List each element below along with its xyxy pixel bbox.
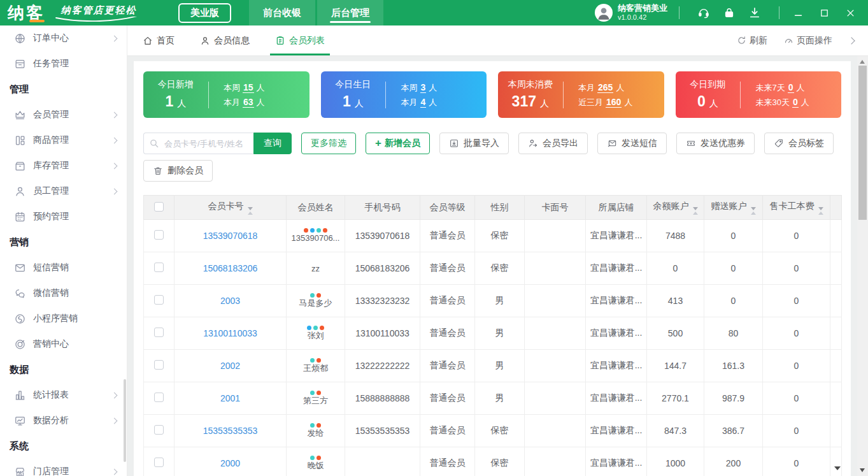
row-checkbox[interactable] bbox=[154, 263, 164, 272]
close-icon[interactable] bbox=[846, 8, 855, 18]
row-checkbox[interactable] bbox=[154, 425, 164, 435]
member-card-link[interactable]: 15353535353 bbox=[203, 426, 258, 436]
stat-row-value[interactable]: 63 bbox=[243, 97, 254, 108]
row-checkbox[interactable] bbox=[154, 328, 164, 337]
tab-home[interactable]: 首页 bbox=[143, 25, 174, 55]
sidebar-item-product-management[interactable]: 商品管理 bbox=[0, 127, 127, 153]
sidebar-item-inventory-management[interactable]: 库存管理 bbox=[0, 153, 127, 178]
sidebar-item-wechat-marketing[interactable]: 微信营销 bbox=[0, 280, 127, 306]
table-row[interactable]: 2001 第三方 15888888888 普通会员 男 宜昌谦谦君... 277… bbox=[144, 382, 842, 415]
search-input[interactable] bbox=[143, 133, 253, 154]
table-row[interactable]: 15068183206 zz 15068183206 普通会员 保密 宜昌谦谦君… bbox=[144, 252, 842, 285]
row-checkbox[interactable] bbox=[154, 458, 164, 467]
export-member-button[interactable]: 会员导出 bbox=[518, 133, 588, 154]
stat-row-value[interactable]: 4 bbox=[420, 97, 427, 108]
member-card-link[interactable]: 2000 bbox=[220, 458, 240, 468]
page-operations-button[interactable]: 页面操作 bbox=[784, 35, 832, 47]
sidebar-item-store-management[interactable]: 门店管理 bbox=[0, 459, 127, 476]
stat-card-no-consume-week[interactable]: 本周未消费 317人 本月265人 近三月160人 bbox=[498, 71, 664, 118]
sidebar-item-miniprogram-marketing[interactable]: 小程序营销 bbox=[0, 306, 127, 331]
header-gift-account[interactable]: 赠送账户 bbox=[704, 196, 763, 220]
content-panel: 今日新增 1人 本周15人 本月63人 今日生日 1人 bbox=[134, 61, 851, 476]
send-sms-button[interactable]: 发送短信 bbox=[597, 133, 667, 154]
minimize-icon[interactable] bbox=[793, 8, 803, 18]
table-scroll-down-arrow[interactable] bbox=[834, 466, 841, 470]
send-coupon-button[interactable]: 发送优惠券 bbox=[676, 133, 755, 154]
support-headset-icon[interactable] bbox=[697, 6, 710, 19]
chevron-right-icon[interactable] bbox=[848, 37, 855, 44]
header-card-fee[interactable]: 售卡工本费 bbox=[763, 196, 830, 220]
sort-icon[interactable] bbox=[248, 207, 253, 215]
member-card-fee: 0 bbox=[763, 382, 830, 415]
sort-icon[interactable] bbox=[751, 207, 756, 215]
user-box[interactable]: 纳客营销美业 v1.0.0.42 bbox=[595, 3, 667, 22]
row-checkbox[interactable] bbox=[154, 360, 164, 370]
stat-row-value[interactable]: 160 bbox=[606, 97, 622, 108]
stat-row-value[interactable]: 15 bbox=[243, 82, 254, 93]
window-controls bbox=[793, 8, 855, 18]
member-tag-dot bbox=[310, 358, 315, 363]
tab-member-list[interactable]: 会员列表 bbox=[275, 25, 325, 55]
sidebar-item-task-management[interactable]: 任务管理 bbox=[0, 51, 127, 76]
member-tag-dot bbox=[317, 391, 321, 395]
batch-import-button[interactable]: 批量导入 bbox=[439, 133, 509, 154]
member-tag-button[interactable]: 会员标签 bbox=[764, 133, 834, 154]
nav-tab-admin[interactable]: 后台管理 bbox=[317, 0, 383, 25]
row-checkbox[interactable] bbox=[154, 295, 164, 305]
sidebar-item-statistics-report[interactable]: 统计报表 bbox=[0, 382, 127, 408]
stat-card-new-today[interactable]: 今日新增 1人 本周15人 本月63人 bbox=[143, 71, 309, 118]
sidebar-item-data-analysis[interactable]: 数据分析 bbox=[0, 408, 127, 433]
sort-icon[interactable] bbox=[693, 207, 698, 215]
header-card-number[interactable]: 会员卡号 bbox=[174, 196, 287, 220]
member-store: 宜昌谦谦君... bbox=[586, 447, 647, 476]
stat-row-unit: 人 bbox=[257, 97, 265, 107]
scrollbar-thumb[interactable] bbox=[858, 66, 867, 220]
stat-card-expire-today[interactable]: 今日到期 0人 未来7天0人 未来30天0人 bbox=[676, 71, 842, 118]
row-checkbox[interactable] bbox=[154, 230, 164, 240]
member-card-cell: 2001 bbox=[174, 382, 287, 415]
search-button[interactable]: 查询 bbox=[253, 133, 292, 154]
member-card-link[interactable]: 13539070618 bbox=[203, 231, 258, 241]
sidebar-item-appointment-management[interactable]: 预约管理 bbox=[0, 204, 127, 229]
sidebar-scrollbar-thumb[interactable] bbox=[124, 379, 126, 462]
stat-card-right: 本周15人 本月63人 bbox=[209, 80, 309, 110]
more-filter-button[interactable]: 更多筛选 bbox=[301, 133, 356, 154]
sidebar-item-order-center[interactable]: 订单中心 bbox=[0, 25, 127, 51]
scroll-up-arrow[interactable] bbox=[860, 60, 865, 64]
member-card-link[interactable]: 15068183206 bbox=[203, 263, 258, 273]
lock-icon[interactable] bbox=[723, 6, 736, 19]
table-row[interactable]: 2002 王烦都 13222222222 普通会员 男 宜昌谦谦君... 144… bbox=[144, 350, 842, 382]
scroll-down-arrow[interactable] bbox=[860, 468, 865, 472]
stat-card-birthday-today[interactable]: 今日生日 1人 本周3人 本月4人 bbox=[321, 71, 487, 118]
sidebar-item-sms-marketing[interactable]: 短信营销 bbox=[0, 255, 127, 280]
nav-tab-cashier[interactable]: 前台收银 bbox=[249, 0, 315, 25]
refresh-button[interactable]: 刷新 bbox=[737, 35, 767, 47]
sidebar-item-marketing-center[interactable]: 营销中心 bbox=[0, 331, 127, 357]
delete-member-button[interactable]: 删除会员 bbox=[143, 160, 213, 182]
sort-icon[interactable] bbox=[818, 207, 823, 215]
edition-badge[interactable]: 美业版 bbox=[178, 3, 231, 23]
member-card-link[interactable]: 13100110033 bbox=[203, 328, 257, 338]
stat-row-value[interactable]: 265 bbox=[597, 82, 613, 93]
vertical-scrollbar[interactable] bbox=[857, 56, 868, 476]
member-card-link[interactable]: 2002 bbox=[220, 361, 240, 371]
select-all-checkbox[interactable] bbox=[154, 202, 164, 212]
header-balance[interactable]: 余额账户 bbox=[647, 196, 704, 220]
sidebar-item-member-management[interactable]: 会员管理 bbox=[0, 102, 127, 127]
stat-row-value[interactable]: 0 bbox=[788, 82, 794, 93]
table-row[interactable]: 15353535353 发给 15353535353 普通会员 保密 宜昌谦谦君… bbox=[144, 415, 842, 447]
stat-row-value[interactable]: 3 bbox=[420, 82, 427, 93]
download-icon[interactable] bbox=[748, 6, 761, 19]
member-card-link[interactable]: 2003 bbox=[220, 296, 240, 306]
member-card-link[interactable]: 2001 bbox=[220, 393, 240, 403]
table-row[interactable]: 2000 晚饭 普通会员 保密 宜昌谦谦君... 1000 200 0 bbox=[144, 447, 842, 476]
row-checkbox[interactable] bbox=[154, 393, 164, 402]
maximize-icon[interactable] bbox=[820, 8, 829, 18]
table-row[interactable]: 13539070618 135390706... 13539070618 普通会… bbox=[144, 220, 842, 252]
sidebar-item-staff-management[interactable]: 员工管理 bbox=[0, 178, 127, 204]
table-row[interactable]: 13100110033 张刘 13100110033 普通会员 男 宜昌谦谦君.… bbox=[144, 317, 842, 350]
add-member-button[interactable]: +新增会员 bbox=[366, 133, 430, 154]
table-row[interactable]: 2003 马是多少 13332323232 普通会员 男 宜昌谦谦君... 41… bbox=[144, 285, 842, 317]
stat-row-value[interactable]: 0 bbox=[792, 97, 799, 108]
tab-member-info[interactable]: 会员信息 bbox=[200, 25, 250, 55]
